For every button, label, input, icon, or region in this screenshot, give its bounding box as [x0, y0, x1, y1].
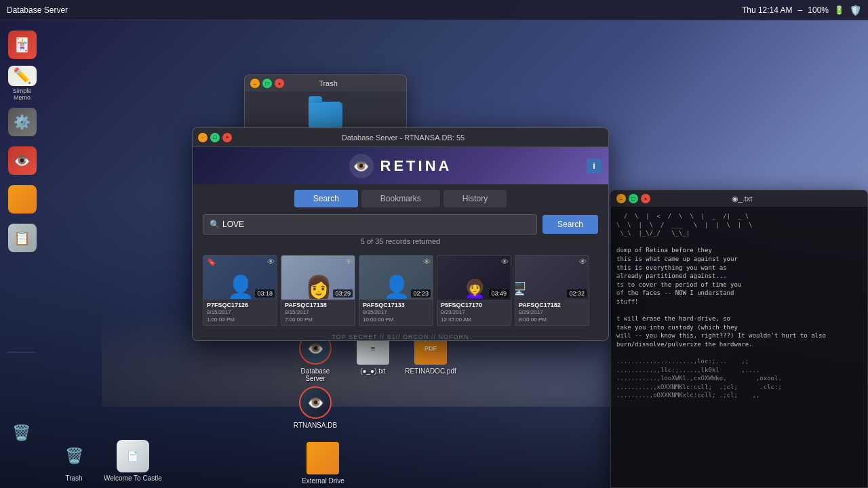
duration-2: 03:29: [333, 289, 353, 298]
result-card-5[interactable]: 👁 🖥️ 02:32 PAFSQC17182 8/29/2017 8:00:00…: [515, 255, 589, 326]
cards-icon: 🃏: [8, 30, 37, 59]
retina-banner: 👁️ RETINA i: [193, 147, 608, 184]
tab-bookmarks[interactable]: Bookmarks: [361, 190, 440, 207]
bookmark-icon-1: 🔖: [207, 258, 216, 266]
dock-item-gear[interactable]: ⚙️: [5, 104, 40, 140]
watermark: TOP SECRET // S1// ORCON // NOFORN: [193, 331, 608, 342]
tab-search[interactable]: Search: [294, 190, 358, 207]
result-card-2[interactable]: 👁 👩 03:29 PAFSQC17138 8/15/2017 7:00:00 …: [281, 255, 355, 326]
person-icon-4: 👩‍🦱: [464, 279, 486, 300]
results-grid: 🔖 👁 👤 03:18 P7FSQC17126 8/15/2017 1:00:0…: [193, 251, 608, 331]
tab-history[interactable]: History: [443, 190, 507, 207]
db-maximize-button[interactable]: □: [210, 133, 220, 142]
welcome-icon: 📄: [117, 440, 149, 472]
db-close-button[interactable]: ×: [222, 133, 232, 142]
dock-item-cards[interactable]: 🃏: [5, 27, 40, 62]
trash-titlebar: – □ × Trash: [245, 75, 406, 92]
bottom-item-welcome[interactable]: 📄 Welcome To Castle: [104, 440, 162, 482]
duration-1: 03:18: [255, 289, 275, 298]
drive-label: External Drive: [302, 477, 344, 485]
result-date-2: 8/15/2017 7:00:00 PM: [285, 308, 351, 323]
retina-info-button[interactable]: i: [587, 159, 601, 174]
trash-maximize-button[interactable]: □: [262, 79, 272, 88]
taskbar: Database Server Thu 12:14 AM – 100% 🔋 🛡️: [0, 0, 868, 20]
duration-4: 03:49: [489, 289, 509, 298]
result-id-3: PAFSQC17133: [363, 302, 429, 308]
terminal-window-controls: – □ ×: [616, 194, 650, 203]
result-info-2: PAFSQC17138 8/15/2017 7:00:00 PM: [281, 300, 355, 325]
dock-bottom-trash[interactable]: 🗑️: [7, 419, 35, 447]
terminal-minimize-button[interactable]: –: [616, 194, 626, 203]
trash-icon: 🗑️: [58, 440, 90, 472]
db-server-label: Database Server: [292, 367, 339, 382]
result-date-1: 8/15/2017 1:00:00 PM: [207, 308, 273, 323]
left-dock: 🃏 ✏️ Simple Memo ⚙️ 👁️ 📋 🗑️: [0, 20, 44, 488]
retina-db-label: RTNANSA.DB: [294, 422, 337, 429]
result-thumb-3: 👁 👤 02:23: [359, 256, 433, 300]
dock-trash-icon: 🗑️: [7, 419, 35, 447]
result-id-1: P7FSQC17126: [207, 302, 273, 308]
result-info-5: PAFSQC17182 8/29/2017 8:00:00 PM: [515, 300, 589, 325]
dock-item-sticky[interactable]: [5, 182, 40, 217]
result-card-1[interactable]: 🔖 👁 👤 03:18 P7FSQC17126 8/15/2017 1:00:0…: [203, 255, 277, 326]
bottom-item-drive[interactable]: External Drive: [302, 442, 344, 485]
records-info: 5 of 35 records returned: [203, 235, 598, 248]
db-server-window: – □ × Database Server - RTNANSA.DB: 55 👁…: [192, 127, 609, 341]
terminal-titlebar: – □ × ◉_.txt: [611, 190, 867, 207]
retina-db-icon: 👁️: [299, 386, 332, 419]
terminal-window: – □ × ◉_.txt / \ | < / \ \ | _ /| _ \ \ …: [610, 190, 868, 488]
memo-icon: ✏️: [8, 66, 37, 86]
result-id-2: PAFSQC17138: [285, 302, 351, 308]
result-thumb-2: 👁 👩 03:29: [281, 256, 355, 300]
search-input[interactable]: [203, 214, 537, 235]
terminal-close-button[interactable]: ×: [641, 194, 650, 203]
db-search-area: 🔍 Search 5 of 35 records returned: [193, 211, 608, 251]
dock-item-memo[interactable]: ✏️ Simple Memo: [5, 66, 40, 101]
result-info-3: PAFSQC17133 8/15/2017 10:00:00 PM: [359, 300, 433, 325]
taskbar-minimize[interactable]: –: [798, 5, 803, 15]
dock-item-notes[interactable]: 📋: [5, 220, 40, 256]
taskbar-battery-icon: 🔋: [834, 5, 844, 15]
eye-icon-2: 👁: [345, 258, 353, 266]
taskbar-right: Thu 12:14 AM – 100% 🔋 🛡️: [742, 5, 861, 16]
eye-icon-1: 👁: [267, 258, 275, 266]
result-date-4: 8/23/2017 12:35:00 AM: [441, 308, 507, 323]
trash-window-controls: – □ ×: [250, 79, 284, 88]
result-info-4: P5FSQC17170 8/23/2017 12:35:00 AM: [437, 300, 511, 325]
retina-logo: 👁️ RETINA: [349, 154, 452, 178]
bottom-item-trash[interactable]: 🗑️ Trash: [58, 440, 90, 482]
result-card-3[interactable]: 👁 👤 02:23 PAFSQC17133 8/15/2017 10:00:00…: [359, 255, 433, 326]
db-minimize-button[interactable]: –: [198, 133, 208, 142]
result-thumb-5: 👁 🖥️ 02:32: [515, 256, 589, 300]
txt-label: (●_●).txt: [360, 367, 386, 375]
dock-item-eye[interactable]: 👁️: [5, 143, 40, 178]
trash-window-title: Trash: [284, 79, 372, 87]
db-tabs: Search Bookmarks History: [193, 184, 608, 211]
person-icon-1: 👤: [227, 274, 254, 300]
result-card-4[interactable]: 👁 👩‍🦱 03:49 P5FSQC17170 8/23/2017 12:35:…: [437, 255, 511, 326]
memo-label: Simple Memo: [5, 87, 40, 101]
terminal-maximize-button[interactable]: □: [629, 194, 638, 203]
search-row: 🔍 Search: [203, 214, 598, 235]
desktop-icon-retina-db[interactable]: 👁️ RTNANSA.DB: [292, 386, 339, 429]
dock-separator: [7, 352, 35, 352]
drive-icon: [307, 442, 339, 474]
terminal-text: / \ | < / \ \ | _ /| _ \ \ \ | \ / ___ \…: [616, 212, 862, 400]
trash-minimize-button[interactable]: –: [250, 79, 260, 88]
result-date-3: 8/15/2017 10:00:00 PM: [363, 308, 429, 323]
taskbar-shield-icon: 🛡️: [850, 5, 861, 16]
search-button[interactable]: Search: [542, 215, 598, 234]
db-server-eye-icon: 👁️: [307, 340, 324, 357]
eye-icon: 👁️: [8, 146, 37, 175]
gear-icon: ⚙️: [8, 108, 37, 136]
db-window-title: Database Server - RTNANSA.DB: 55: [232, 134, 574, 142]
trash-close-button[interactable]: ×: [275, 79, 284, 88]
trash-folder-icon: [309, 102, 342, 129]
result-info-1: P7FSQC17126 8/15/2017 1:00:00 PM: [203, 300, 277, 325]
pdf-label: RETINADOC.pdf: [405, 367, 456, 375]
result-id-4: P5FSQC17170: [441, 302, 507, 308]
taskbar-battery: 100%: [808, 5, 829, 15]
taskbar-title: Database Server: [7, 5, 68, 15]
eye-icon-4: 👁: [501, 258, 509, 266]
person-icon-3: 👤: [383, 274, 410, 300]
